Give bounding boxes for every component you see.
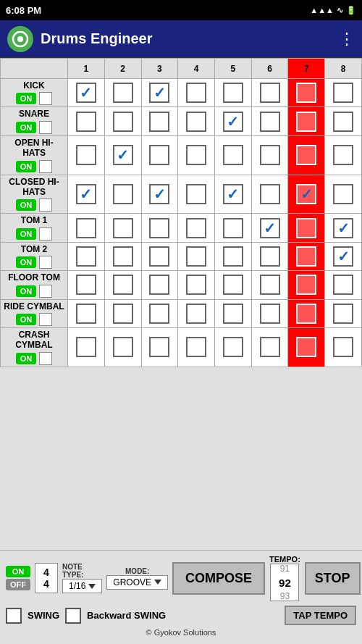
beat-cell-r0-b5[interactable] xyxy=(251,79,288,107)
beat-checkbox-r6-b7[interactable] xyxy=(333,275,353,295)
beat-cell-r3-b3[interactable] xyxy=(178,175,215,214)
tap-tempo-button[interactable]: TAP TEMPO xyxy=(285,606,356,625)
on-button-row-6[interactable]: ON xyxy=(16,285,37,297)
beat-checkbox-r0-b0[interactable]: ✓ xyxy=(76,83,96,103)
beat-checkbox-r2-b5[interactable] xyxy=(260,145,280,165)
beat-checkbox-r0-b4[interactable] xyxy=(223,83,243,103)
beat-cell-r5-b4[interactable] xyxy=(214,242,251,270)
beat-cell-r6-b1[interactable] xyxy=(104,271,141,299)
beat-checkbox-r0-b6[interactable] xyxy=(296,83,316,103)
beat-checkbox-r6-b3[interactable] xyxy=(186,275,206,295)
beat-cell-r2-b6[interactable] xyxy=(288,135,325,175)
beat-cell-r4-b1[interactable] xyxy=(104,214,141,242)
beat-cell-r3-b1[interactable] xyxy=(104,175,141,214)
beat-checkbox-r2-b2[interactable] xyxy=(149,145,169,165)
mute-checkbox-row-0[interactable] xyxy=(39,92,52,105)
beat-checkbox-r0-b2[interactable]: ✓ xyxy=(149,83,169,103)
beat-cell-r6-b6[interactable] xyxy=(288,271,325,299)
beat-cell-r6-b7[interactable] xyxy=(325,271,362,299)
beat-checkbox-r6-b5[interactable] xyxy=(260,275,280,295)
beat-cell-r4-b3[interactable] xyxy=(178,214,215,242)
beat-cell-r0-b1[interactable] xyxy=(104,79,141,107)
beat-cell-r8-b7[interactable] xyxy=(325,327,362,367)
beat-checkbox-r6-b1[interactable] xyxy=(113,275,133,295)
beat-cell-r8-b2[interactable] xyxy=(141,327,178,367)
beat-cell-r0-b0[interactable]: ✓ xyxy=(68,79,105,107)
beat-checkbox-r6-b2[interactable] xyxy=(149,275,169,295)
beat-checkbox-r5-b1[interactable] xyxy=(113,246,133,267)
beat-cell-r0-b6[interactable] xyxy=(288,79,325,107)
beat-checkbox-r5-b0[interactable] xyxy=(76,246,96,267)
beat-checkbox-r3-b6[interactable]: ✓ xyxy=(296,184,316,204)
beat-cell-r1-b5[interactable] xyxy=(251,107,288,135)
beat-cell-r5-b3[interactable] xyxy=(178,242,215,270)
beat-cell-r1-b3[interactable] xyxy=(178,107,215,135)
beat-cell-r8-b0[interactable] xyxy=(68,327,105,367)
beat-checkbox-r2-b7[interactable] xyxy=(333,145,353,165)
tempo-display[interactable]: 919293 xyxy=(270,564,299,601)
mute-checkbox-row-3[interactable] xyxy=(39,198,52,212)
beat-checkbox-r8-b2[interactable] xyxy=(149,337,169,357)
beat-checkbox-r3-b5[interactable] xyxy=(260,184,280,204)
on-button-row-3[interactable]: ON xyxy=(16,199,37,211)
beat-checkbox-r7-b3[interactable] xyxy=(186,304,206,324)
beat-checkbox-r2-b0[interactable] xyxy=(76,145,96,165)
beat-cell-r2-b1[interactable]: ✓ xyxy=(104,135,141,175)
beat-checkbox-r5-b7[interactable]: ✓ xyxy=(333,246,353,267)
beat-checkbox-r2-b3[interactable] xyxy=(186,145,206,165)
beat-checkbox-r1-b3[interactable] xyxy=(186,112,206,132)
beat-checkbox-r4-b4[interactable] xyxy=(223,218,243,238)
beat-checkbox-r7-b6[interactable] xyxy=(296,304,316,324)
beat-cell-r6-b3[interactable] xyxy=(178,271,215,299)
beat-checkbox-r7-b5[interactable] xyxy=(260,304,280,324)
beat-cell-r0-b2[interactable]: ✓ xyxy=(141,79,178,107)
beat-cell-r2-b0[interactable] xyxy=(68,135,105,175)
beat-checkbox-r1-b6[interactable] xyxy=(296,112,316,132)
beat-cell-r1-b6[interactable] xyxy=(288,107,325,135)
global-off-button[interactable]: OFF xyxy=(6,579,30,590)
beat-cell-r7-b0[interactable] xyxy=(68,299,105,327)
beat-checkbox-r3-b1[interactable] xyxy=(113,184,133,204)
beat-checkbox-r7-b1[interactable] xyxy=(113,304,133,324)
beat-cell-r7-b7[interactable] xyxy=(325,299,362,327)
beat-checkbox-r0-b1[interactable] xyxy=(113,83,133,103)
beat-checkbox-r2-b4[interactable] xyxy=(223,145,243,165)
swing-checkbox[interactable] xyxy=(6,608,22,624)
beat-checkbox-r1-b0[interactable] xyxy=(76,112,96,132)
beat-cell-r4-b0[interactable] xyxy=(68,214,105,242)
beat-cell-r1-b7[interactable] xyxy=(325,107,362,135)
beat-checkbox-r1-b1[interactable] xyxy=(113,112,133,132)
beat-cell-r8-b4[interactable] xyxy=(214,327,251,367)
mute-checkbox-row-1[interactable] xyxy=(39,121,52,134)
beat-cell-r4-b5[interactable]: ✓ xyxy=(251,214,288,242)
beat-cell-r3-b4[interactable]: ✓ xyxy=(214,175,251,214)
mute-checkbox-row-4[interactable] xyxy=(39,227,52,241)
stop-button[interactable]: STOP xyxy=(305,562,361,595)
beat-cell-r3-b6[interactable]: ✓ xyxy=(288,175,325,214)
beat-cell-r1-b0[interactable] xyxy=(68,107,105,135)
beat-cell-r2-b2[interactable] xyxy=(141,135,178,175)
mute-checkbox-row-2[interactable] xyxy=(39,160,52,173)
backward-swing-checkbox[interactable] xyxy=(65,608,81,624)
beat-checkbox-r4-b0[interactable] xyxy=(76,218,96,238)
beat-checkbox-r6-b0[interactable] xyxy=(76,275,96,295)
beat-cell-r5-b7[interactable]: ✓ xyxy=(325,242,362,270)
beat-cell-r4-b7[interactable]: ✓ xyxy=(325,214,362,242)
beat-checkbox-r4-b5[interactable]: ✓ xyxy=(260,218,280,238)
beat-checkbox-r4-b6[interactable] xyxy=(296,218,316,238)
beat-cell-r1-b2[interactable] xyxy=(141,107,178,135)
beat-checkbox-r3-b0[interactable]: ✓ xyxy=(76,184,96,204)
note-type-dropdown[interactable]: 1/16 xyxy=(62,579,102,593)
beat-cell-r0-b3[interactable] xyxy=(178,79,215,107)
beat-checkbox-r7-b2[interactable] xyxy=(149,304,169,324)
beat-checkbox-r8-b3[interactable] xyxy=(186,337,206,357)
beat-checkbox-r3-b4[interactable]: ✓ xyxy=(223,184,243,204)
beat-cell-r4-b4[interactable] xyxy=(214,214,251,242)
beat-checkbox-r8-b5[interactable] xyxy=(260,337,280,357)
beat-cell-r3-b2[interactable]: ✓ xyxy=(141,175,178,214)
on-button-row-0[interactable]: ON xyxy=(16,93,37,104)
beat-checkbox-r2-b1[interactable]: ✓ xyxy=(113,145,133,165)
beat-cell-r0-b7[interactable] xyxy=(325,79,362,107)
mute-checkbox-row-5[interactable] xyxy=(39,256,52,269)
beat-checkbox-r5-b3[interactable] xyxy=(186,246,206,267)
